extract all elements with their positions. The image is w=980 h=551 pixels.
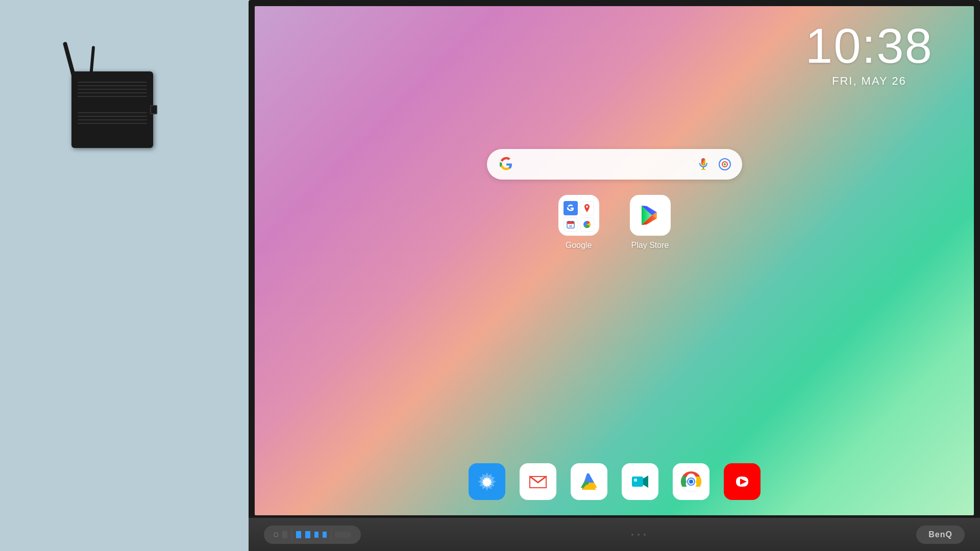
play-store-label: Play Store — [631, 241, 669, 250]
router-body — [71, 71, 153, 148]
play-store-icon-image — [630, 195, 671, 236]
svg-point-4 — [724, 163, 726, 165]
search-input[interactable] — [521, 149, 691, 180]
mic-icon[interactable] — [696, 157, 710, 171]
meet-dock-icon[interactable] — [622, 463, 658, 500]
svg-rect-22 — [634, 479, 637, 482]
usb-port-4 — [323, 532, 327, 538]
usb-port-1 — [296, 531, 301, 538]
youtube-dock-icon[interactable] — [724, 463, 761, 500]
benq-logo-text: BenQ — [928, 530, 952, 539]
screen-display: 10:38 FRI, MAY 26 — [255, 6, 974, 515]
search-icons — [696, 157, 732, 171]
app-icon-google[interactable]: 31 Google — [558, 195, 599, 250]
usb-port-2 — [305, 531, 310, 538]
google-icon-image: 31 — [558, 195, 599, 236]
app-grid: 31 Google — [558, 195, 671, 250]
google-g-icon — [497, 155, 516, 173]
svg-rect-6 — [567, 221, 574, 224]
svg-text:31: 31 — [569, 224, 572, 228]
app-dock — [469, 463, 761, 500]
gmail-dock-icon[interactable] — [520, 463, 556, 500]
clock-widget: 10:38 FRI, MAY 26 — [805, 21, 933, 88]
indicator-dots — [631, 534, 646, 536]
benq-logo-area: BenQ — [916, 525, 965, 544]
search-bar[interactable] — [487, 149, 742, 180]
svg-rect-20 — [632, 477, 643, 487]
router-device — [41, 41, 158, 158]
drive-dock-icon[interactable] — [571, 463, 607, 500]
monitor-container: 10:38 FRI, MAY 26 — [249, 0, 980, 551]
app-icon-play-store[interactable]: Play Store — [630, 195, 671, 250]
clock-time: 10:38 — [805, 21, 933, 70]
monitor-bezel: 10:38 FRI, MAY 26 — [249, 0, 980, 520]
port-area — [264, 525, 361, 544]
svg-point-27 — [689, 480, 693, 484]
chrome-dock-icon[interactable] — [673, 463, 709, 500]
lens-icon[interactable] — [718, 157, 732, 171]
settings-dock-icon[interactable] — [469, 463, 505, 500]
usb-port-3 — [314, 532, 318, 538]
google-label: Google — [566, 241, 592, 250]
monitor-bottom-bar: BenQ — [249, 518, 980, 551]
clock-date: FRI, MAY 26 — [805, 74, 933, 88]
